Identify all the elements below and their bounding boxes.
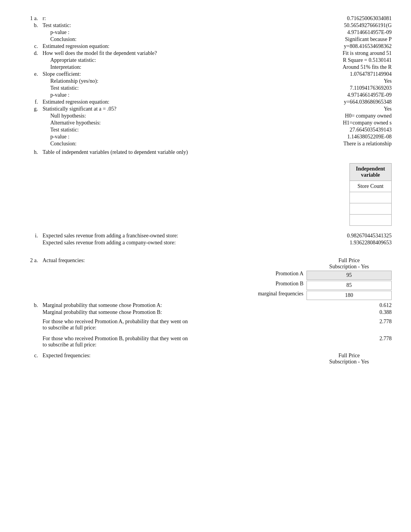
value-e-teststat2: 7.11094176369203 [307, 85, 392, 91]
content-g-conclusion2: Conclusion: [43, 141, 307, 147]
value-f: y=664.038686965348 [307, 99, 392, 105]
row-b-promo-a-prob: For those who received Promotion A, prob… [19, 319, 392, 331]
label-g: g. [19, 106, 43, 112]
label-g-empty2 [19, 120, 43, 126]
value-d-approp: R Square = 0.5130141 [307, 57, 392, 63]
row-d: d. How well does the model fit the depen… [19, 50, 392, 56]
row-g-pvalue3: p-value : 1.14638052209E-08 [19, 134, 392, 140]
row-i-company: Expected sales revenue from adding a com… [19, 240, 392, 246]
label-2c: c. [19, 353, 43, 365]
empty-2a-1 [19, 271, 43, 280]
value-e-slope: 1.07647871149904 [307, 71, 392, 77]
row-2a-marginal: marginal frequencies 180 [19, 291, 392, 300]
content-g-alt: Alternative hypothesis: [43, 120, 307, 126]
content-2b-promo-b-prob: For those who received Promotion B, prob… [43, 336, 307, 348]
label-i: i. [19, 233, 43, 239]
row-g-alt: Alternative hypothesis: H1=company owned… [19, 120, 392, 126]
value-d: Fit is strong around 51 [307, 50, 392, 56]
value-d-interp: Around 51% fits the R [307, 64, 392, 70]
content-2b-margprob-b: Marginal probability that someone chose … [43, 309, 307, 315]
content-b-conclusion: Conclusion: [43, 36, 307, 43]
promo-a-label: Promotion A [43, 271, 307, 280]
value-g-alt: H1=company owned s [307, 120, 392, 126]
content-2b-margprob-a: Marginal probability that someone chose … [43, 302, 307, 309]
content-b-teststat: Test statistic: [43, 22, 307, 29]
label-g-empty [19, 113, 43, 119]
content-g-teststat3: Test statistic: [43, 127, 307, 133]
label-d-empty [19, 57, 43, 63]
promo-a-value: 95 [307, 271, 392, 280]
label-e-empty3 [19, 92, 43, 98]
label-c: c. [19, 43, 43, 49]
empty-cell-2 [349, 203, 391, 215]
row-g-conclusion2: Conclusion: There is a relationship [19, 141, 392, 147]
label-1a: 1 a. [19, 15, 43, 22]
row-2a: 2 a. Actual frequencies: Full PriceSubsc… [19, 257, 392, 270]
content-g-null: Null hypothesis: [43, 113, 307, 119]
indep-var-header: Independentvariable [349, 164, 391, 181]
row-d-interp: Interpretation: Around 51% fits the R [19, 64, 392, 70]
row-g-teststat3: Test statistic: 27.6645035439143 [19, 127, 392, 133]
content-d-interp: Interpretation: [43, 64, 307, 70]
content-h: Table of independent variables (related … [43, 149, 392, 155]
empty-2a-3 [19, 291, 43, 300]
row-g-sig: g. Statistically significant at a = .05?… [19, 106, 392, 112]
value-g-sig: Yes [307, 106, 392, 112]
empty-cell-3 [349, 215, 391, 226]
label-b-empty2 [19, 36, 43, 43]
content-2a: Actual frequencies: [43, 257, 307, 270]
label-g-empty5 [19, 141, 43, 147]
label-g-empty4 [19, 134, 43, 140]
label-h: h. [19, 149, 43, 155]
empty-2a-2 [19, 281, 43, 290]
label-2b-empty3 [19, 336, 43, 348]
value-i-franchisee: 0.982670445341325 [307, 233, 392, 239]
section-1: 1 a. r: 0.716250063034081 b. Test statis… [19, 15, 392, 246]
empty-cell-1 [349, 192, 391, 203]
value-b-conclusion: Significant because P [307, 36, 392, 43]
label-e: e. [19, 71, 43, 77]
row-e-relationship: Relationship (yes/no): Yes [19, 78, 392, 84]
label-2a: 2 a. [19, 257, 43, 270]
row-e-pvalue2: p-value : 4.97146614957E-09 [19, 92, 392, 98]
promo-a-prob-text: For those who received Promotion A, prob… [43, 319, 188, 331]
row-2a-promo-b: Promotion B 85 [19, 281, 392, 290]
promo-b-label: Promotion B [43, 281, 307, 290]
label-e-empty2 [19, 85, 43, 91]
label-b: b. [19, 22, 43, 29]
content-d-approp: Appropriate statistic: [43, 57, 307, 63]
value-e-pvalue2: 4.97146614957E-09 [307, 92, 392, 98]
row-c-expected: c. Expected frequencies: Full PriceSubsc… [19, 353, 392, 365]
row-b-margprob-a: b. Marginal probability that someone cho… [19, 302, 392, 309]
content-c: Estimated regression equation: [43, 43, 307, 49]
indep-var-table: Independentvariable Store Count [349, 163, 392, 226]
content-i-franchisee: Expected sales revenue from adding a fra… [43, 233, 307, 239]
row-b-conclusion: Conclusion: Significant because P [19, 36, 392, 43]
label-2b-empty2 [19, 319, 43, 331]
row-2a-promo-a: Promotion A 95 [19, 271, 392, 280]
row-c: c. Estimated regression equation: y=808.… [19, 43, 392, 49]
row-b-pvalue: p-value : 4.97146614957E-09 [19, 29, 392, 36]
promo-b-value: 85 [307, 281, 392, 290]
label-2b: b. [19, 302, 43, 309]
content-e-teststat2: Test statistic: [43, 85, 307, 91]
row-1a-r: 1 a. r: 0.716250063034081 [19, 15, 392, 22]
value-2b-margprob-b: 0.388 [307, 309, 392, 315]
row-f: f. Estimated regression equation: y=664.… [19, 99, 392, 105]
value-b-teststat: 50.5654927666191(G [307, 22, 392, 29]
content-g-sig: Statistically significant at a = .05? [43, 106, 307, 112]
row-b-teststat: b. Test statistic: 50.5654927666191(G [19, 22, 392, 29]
value-2b-promo-b-prob: 2.778 [307, 336, 392, 348]
row-b-promo-b-prob: For those who received Promotion B, prob… [19, 336, 392, 348]
content-e-pvalue2: p-value : [43, 92, 307, 98]
value-e-relationship: Yes [307, 78, 392, 84]
row-e-teststat2: Test statistic: 7.11094176369203 [19, 85, 392, 91]
row-b-margprob-b: Marginal probability that someone chose … [19, 309, 392, 315]
label-e-empty [19, 78, 43, 84]
label-i-empty [19, 240, 43, 246]
value-g-null: H0= company owned [307, 113, 392, 119]
value-2c-expected: Full PriceSubscription - Yes [307, 353, 392, 365]
value-i-company: 1.93622808409653 [307, 240, 392, 246]
label-f: f. [19, 99, 43, 105]
label-2b-empty [19, 309, 43, 315]
